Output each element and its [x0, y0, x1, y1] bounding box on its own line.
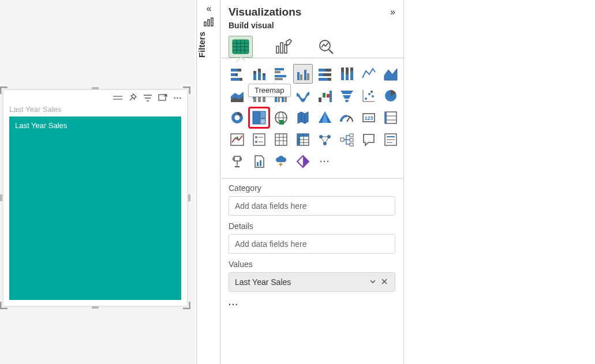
viz-decomposition-tree[interactable] — [337, 130, 357, 149]
svg-rect-39 — [304, 70, 306, 80]
viz-area[interactable] — [381, 64, 401, 84]
svg-rect-130 — [260, 160, 261, 166]
field-item-values[interactable]: Last Year Sales — [229, 272, 395, 292]
remove-field-icon[interactable] — [381, 277, 389, 287]
collapse-left-icon[interactable]: « — [197, 0, 221, 17]
svg-marker-67 — [340, 91, 353, 94]
viz-stacked-bar[interactable] — [227, 64, 247, 84]
viz-multi-row-card[interactable] — [381, 108, 401, 127]
visualization-gallery: Treemap 123 — [220, 58, 403, 175]
resize-handle-ne[interactable] — [182, 87, 190, 95]
tab-format-visual[interactable] — [271, 36, 295, 58]
visual-card[interactable]: ··· Last Year Sales Last Year Sales — [3, 90, 187, 306]
build-tabs — [220, 33, 403, 58]
tab-analytics[interactable] — [314, 36, 338, 58]
viz-azure-map[interactable] — [315, 108, 335, 127]
viz-clustered-column[interactable] — [293, 64, 313, 84]
visual-title: Last Year Sales — [9, 105, 61, 114]
viz-map[interactable] — [271, 108, 291, 127]
svg-rect-58 — [263, 96, 265, 102]
svg-rect-40 — [307, 73, 309, 80]
analytics-icon — [197, 17, 221, 32]
viz-pie[interactable] — [381, 86, 401, 106]
more-fields[interactable]: ... — [220, 293, 403, 312]
viz-scatter[interactable] — [359, 86, 379, 106]
svg-rect-37 — [297, 72, 300, 80]
viz-slicer[interactable] — [249, 130, 269, 149]
viz-clustered-bar[interactable] — [271, 64, 291, 84]
svg-rect-63 — [319, 97, 321, 102]
svg-rect-24 — [235, 73, 238, 76]
viz-100-stacked-bar[interactable] — [315, 64, 335, 84]
viz-stacked-column[interactable] — [249, 64, 269, 84]
resize-handle-nw[interactable] — [0, 87, 8, 95]
viz-treemap[interactable] — [249, 108, 269, 127]
svg-rect-32 — [263, 73, 265, 76]
treemap-tile[interactable]: Last Year Sales — [9, 117, 181, 300]
visualizations-pane: Visualizations » Build visual Treemap — [220, 0, 404, 364]
viz-line[interactable] — [359, 64, 379, 84]
svg-rect-100 — [255, 141, 257, 143]
drag-handle-icon[interactable] — [113, 93, 122, 103]
pane-title: Visualizations — [229, 6, 301, 18]
viz-r-visual[interactable] — [315, 130, 335, 149]
viz-paginated-report[interactable] — [249, 152, 269, 171]
tab-build-visual[interactable] — [229, 36, 253, 58]
viz-goals[interactable] — [227, 152, 247, 171]
svg-rect-42 — [325, 69, 331, 72]
viz-table[interactable] — [271, 130, 291, 149]
viz-get-more[interactable]: ··· — [315, 152, 335, 171]
svg-rect-16 — [276, 46, 279, 53]
svg-rect-33 — [275, 68, 284, 70]
filters-pane-label: Filters — [197, 32, 221, 62]
svg-rect-81 — [260, 119, 265, 124]
viz-gauge[interactable] — [337, 108, 357, 127]
svg-rect-97 — [253, 134, 265, 145]
filter-icon[interactable] — [143, 93, 152, 103]
viz-stacked-area[interactable] — [227, 86, 247, 106]
svg-rect-8 — [211, 18, 213, 26]
viz-card[interactable]: 123 — [359, 108, 379, 127]
svg-rect-52 — [350, 67, 353, 71]
viz-power-automate[interactable] — [293, 152, 313, 171]
viz-funnel[interactable] — [337, 86, 357, 106]
field-label-values: Values — [229, 260, 395, 269]
field-well-values: Values Last Year Sales — [220, 255, 403, 293]
resize-handle-e[interactable] — [188, 194, 190, 201]
svg-rect-34 — [275, 71, 280, 73]
viz-matrix[interactable] — [293, 130, 313, 149]
svg-line-117 — [321, 137, 325, 144]
resize-handle-sw[interactable] — [0, 301, 8, 309]
svg-rect-79 — [253, 111, 260, 124]
resize-handle-w[interactable] — [0, 194, 2, 201]
svg-rect-6 — [204, 22, 206, 26]
viz-ribbon[interactable] — [293, 86, 313, 106]
viz-waterfall[interactable] — [315, 86, 335, 106]
report-canvas[interactable]: ··· Last Year Sales Last Year Sales — [0, 0, 195, 364]
field-drop-category[interactable]: Add data fields here — [229, 196, 395, 216]
viz-qa[interactable] — [359, 130, 379, 149]
expand-right-icon[interactable]: » — [390, 7, 395, 17]
svg-rect-22 — [238, 69, 241, 72]
focus-mode-icon[interactable] — [158, 93, 167, 103]
viz-donut[interactable] — [227, 108, 247, 127]
resize-handle-s[interactable] — [92, 306, 99, 309]
svg-rect-5 — [159, 95, 166, 100]
resize-handle-se[interactable] — [182, 301, 190, 309]
chevron-down-icon[interactable] — [369, 277, 377, 287]
viz-kpi[interactable] — [227, 130, 247, 149]
pane-subtitle: Build visual — [220, 21, 403, 33]
field-well-details: Details Add data fields here — [220, 217, 403, 255]
svg-rect-94 — [385, 112, 387, 123]
viz-power-apps[interactable] — [271, 152, 291, 171]
viz-filled-map[interactable] — [293, 108, 313, 127]
viz-100-stacked-column[interactable] — [337, 64, 357, 84]
pin-icon[interactable] — [128, 93, 137, 103]
svg-rect-121 — [350, 138, 353, 141]
resize-handle-n[interactable] — [92, 87, 99, 89]
more-options-icon[interactable]: ··· — [173, 93, 182, 103]
treemap-tile-label: Last Year Sales — [15, 121, 67, 130]
viz-smart-narrative[interactable] — [381, 130, 401, 149]
filters-pane-collapsed[interactable]: « Filters — [196, 0, 220, 364]
field-drop-details[interactable]: Add data fields here — [229, 234, 395, 254]
